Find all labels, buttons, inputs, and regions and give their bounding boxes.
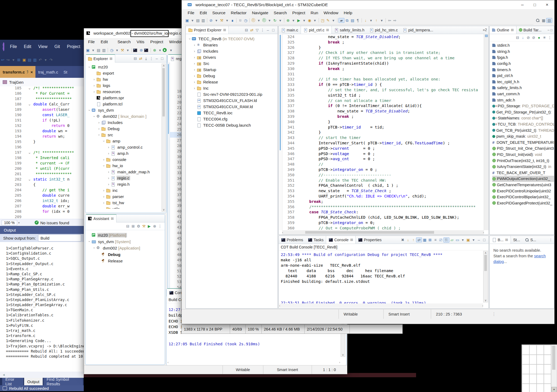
minimize-icon[interactable]: – [265,28,271,32]
cube-overview-ruler[interactable] [484,34,489,230]
cube-menu-file[interactable]: File [185,10,197,15]
outline-item-config-h[interactable]: config.h [492,61,554,67]
outline-item-tec-cpld-h-h[interactable]: tec_cpld_h.h [492,79,554,85]
cube-menu-project[interactable]: Project [290,10,308,15]
chevron-right-icon[interactable]: › [192,80,197,84]
grid-cell[interactable] [544,345,551,355]
build-icon[interactable]: ⚒ [219,18,224,23]
cube-console-scrollbar[interactable]: ∧ ∨ [483,251,488,302]
view-menu-icon[interactable]: ⋮ [547,35,552,40]
close-icon[interactable]: × [31,70,33,74]
grid-cell[interactable] [522,345,529,355]
outline-item-pwmoutputcorrection-uint32-[interactable]: PWMOutputCorrection(uint32_ [492,176,554,182]
dropdown-icon[interactable]: ▾ [18,221,20,225]
next-match-icon[interactable]: ↓ [405,238,411,242]
vs-menu-view[interactable]: View [35,44,51,49]
settings-icon[interactable]: ⚙ [136,224,141,228]
profile-clock-icon[interactable]: ◷ [109,48,114,52]
cube-console-tab-tasks[interactable]: Tasks [305,236,326,244]
cube-menu-search[interactable]: Search [271,10,290,15]
outline-item-pid-struct-init-one-chan-uint3[interactable]: PID_Struct_Init_One_Chan(uint3 [492,145,554,152]
grid-cell[interactable] [544,364,551,374]
dropdown-icon[interactable]: ▾ [168,48,174,52]
vs-output-panel-header[interactable]: Output [0,226,84,234]
tree-item-amp[interactable]: ›amp [85,138,166,144]
vs-tab-st[interactable]: St [61,66,70,78]
back-icon[interactable]: ↩ [0,58,5,62]
vitis-menu-file[interactable]: File [85,39,98,44]
tree-item-export[interactable]: export [85,70,166,76]
tab-assistant[interactable]: Assistant⊠ [85,214,117,222]
dropdown-icon[interactable]: ▾ [312,18,318,23]
feedback-icon[interactable] [3,386,7,390]
tab-project-explorer[interactable]: Project Explorer⊠ [186,26,229,34]
tree-item-regio-c[interactable]: ›regio.c [85,175,166,181]
outline-item-dont-delete-temperature[interactable]: #DONT_DELETE_TEMPERATURE [492,140,554,146]
collapse-all-icon[interactable]: ⊟ [125,224,130,228]
outline-item-stdint-h[interactable]: stdint.h [492,42,554,49]
scroll-left-icon[interactable]: ◄ [2,373,5,377]
chevron-right-icon[interactable]: › [97,127,101,131]
clear-icon[interactable]: ⎚ [438,238,443,242]
tree-item-src[interactable]: ›Src [186,60,278,67]
dropdown-icon[interactable]: ▾ [90,48,96,52]
tree-item-stm32g491ccux-ram-ld[interactable]: STM32G491CCUX_RAM.ld [186,104,278,110]
undo-icon[interactable]: ↶ [38,58,43,62]
minimize-icon[interactable]: – [548,28,549,32]
close-icon[interactable]: ⊠ [326,28,329,32]
outline-item-printouttrace-int32-t-int16-t-[interactable]: PrintOutTrace(int32_t, int16_t) : [492,157,554,164]
scroll-right-icon[interactable]: › [482,304,483,307]
dropdown-icon[interactable]: ▾ [331,18,336,23]
chevron-right-icon[interactable]: › [101,158,106,162]
tree-item-dvm002[interactable]: ›dvm002 [Application] [85,245,165,251]
run-icon[interactable]: ▶ [296,18,301,23]
pin-icon[interactable] [25,70,29,74]
close-icon[interactable]: ⊠ [110,57,112,61]
chevron-right-icon[interactable]: › [101,189,106,192]
grid-cell[interactable] [522,384,529,392]
cube-outline-list[interactable]: stdint.hstring.hfpga.hconfig.htimers.hpi… [490,41,554,206]
dropdown-icon[interactable]: ▾ [301,18,307,23]
maximize-icon[interactable]: □ [551,28,552,32]
tree-item-platform-tcl[interactable]: platform.tcl [85,101,166,107]
grid-scrollbar[interactable]: ▼ [551,345,557,392]
outline-item-pid-ctrl-h[interactable]: pid_ctrl.h [492,73,554,79]
serial-terminal-icon[interactable] [144,48,148,52]
debug-icon[interactable]: ⊛ [152,224,157,228]
tree-item-hw-io[interactable]: ›hw_io [85,163,166,169]
close-icon[interactable]: × [541,2,553,8]
tree-item-release[interactable]: Release [85,258,165,264]
cube-console-tab-problems[interactable]: Problems [279,236,305,244]
chevron-down-icon[interactable]: › [92,114,96,119]
vs-menu-file[interactable]: File [6,44,20,49]
debug-icon[interactable]: ⊛ [152,48,157,52]
prev-annotation-icon[interactable]: ↑ [374,18,379,23]
scroll-down-icon[interactable]: ∨ [162,208,166,211]
tab-search-st[interactable]: St... [511,236,523,244]
cube-menu-edit[interactable]: Edit [197,10,210,15]
tab-build-targets[interactable]: Build Tar... [516,26,544,34]
view-menu-icon[interactable]: ⋮ [260,28,265,32]
run-icon[interactable] [163,48,167,52]
save-all-icon[interactable]: ▥ [201,18,206,23]
link-editor-icon[interactable]: ✳ [542,35,547,40]
grid-cell[interactable] [537,355,544,364]
skip-breakpoints-icon[interactable]: ⊘ [208,18,214,23]
chevron-right-icon[interactable]: › [92,78,96,81]
tree-item-src-rev7-dvm-09212023-001-zip[interactable]: Src-rev7-DVM-09212023-001.zip [186,91,278,97]
tree-item-tst-hw[interactable]: ›tst_hw [85,200,166,206]
vs-code-editor[interactable]: 1851861871881891901911921931941951961971… [0,86,84,219]
tree-item-tecc004-cfg[interactable]: TECC004.cfg [186,116,278,122]
cube-console-tab-console[interactable]: Console⊠ [326,236,356,244]
grid-cell[interactable] [522,374,529,384]
chevron-right-icon[interactable]: › [192,56,197,59]
outline-item-pid-storage[interactable]: SPID_Storage : PID_STORAGE_D [492,103,554,109]
chevron-right-icon[interactable]: › [97,121,101,124]
chevron-down-icon[interactable]: › [188,36,192,41]
tree-item-includes[interactable]: ›Includes [85,119,166,126]
expand-all-icon[interactable]: ⊞ [130,224,136,228]
tree-item-dvm002[interactable]: ›dvm002 [ linux_domain ] [85,113,166,119]
scroll-up-icon[interactable]: ∧ [483,251,488,255]
terminate-icon[interactable]: ✖ [400,238,405,242]
vs-fold-markers[interactable]: ⌄⌄⌄⌄ [28,86,33,219]
